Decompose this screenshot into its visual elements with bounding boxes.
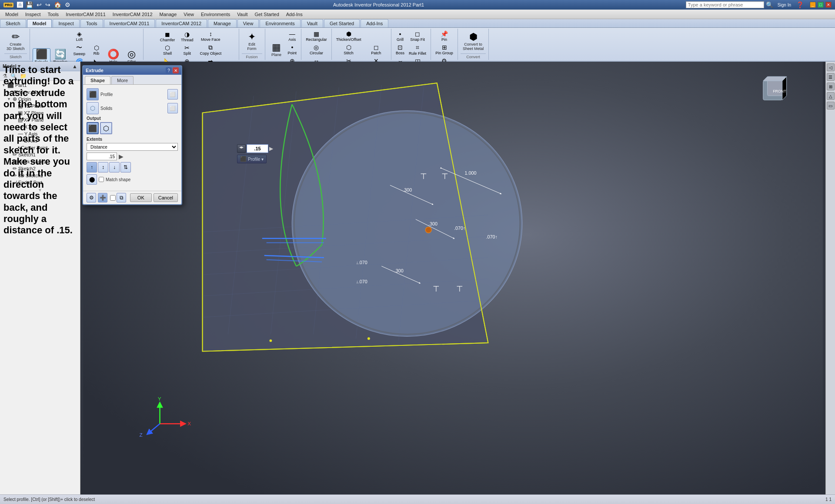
tree-item-sketch1[interactable]: ✏ Sketch1	[0, 151, 80, 158]
help-btn[interactable]: ❓	[795, 1, 805, 9]
btn-axis[interactable]: —Axis	[286, 30, 299, 43]
tree-item-3d-sketch1[interactable]: ✏ 3D Sketch1	[0, 172, 80, 179]
sign-in-btn[interactable]: Sign In	[778, 3, 791, 7]
menu-manage[interactable]: Manage	[156, 11, 180, 18]
btn-pin-group[interactable]: ⊞Pin Group	[434, 43, 455, 56]
extrude-copy-btn[interactable]: ⧉	[117, 193, 126, 202]
menu-inventorcam2011[interactable]: InventorCAM 2011	[62, 11, 109, 18]
viewport[interactable]: 1.000 .300 .300 .300 .070↑ .070↑ ↓.070 ↓…	[80, 62, 825, 494]
qa-settings[interactable]: ⚙	[64, 1, 71, 9]
tree-item-xy-plane[interactable]: ▤ XY Plane	[0, 116, 80, 123]
btn-sweep[interactable]: 〜Sweep	[70, 43, 88, 57]
extrude-ok-btn[interactable]: OK	[130, 193, 152, 202]
btn-chamfer[interactable]: ◼Chamfer	[158, 30, 177, 43]
tab-inspect[interactable]: Inspect	[53, 19, 79, 27]
dir-asymmetric-btn[interactable]: ⇅	[120, 162, 131, 172]
float-distance-input[interactable]	[247, 144, 268, 153]
btn-rectangular[interactable]: ▦Rectangular	[304, 30, 329, 43]
match-shape-checkbox[interactable]	[99, 177, 104, 182]
tab-getstarted[interactable]: Get Started	[324, 19, 360, 27]
qa-save[interactable]: 💾	[25, 1, 34, 9]
tree-item-end-of-part[interactable]: ⊣ End of Part	[0, 179, 80, 186]
extrude-tab-more[interactable]: More	[111, 76, 134, 84]
dir-symmetric-btn[interactable]: ↕	[98, 162, 108, 172]
distance-arrow[interactable]: ▶	[119, 153, 124, 160]
tree-item-work-plane1[interactable]: ▤ Work Plane1	[0, 158, 80, 165]
right-panel-btn-2[interactable]: ☰	[827, 73, 835, 81]
window-maximize[interactable]: □	[818, 2, 824, 8]
btn-move-face[interactable]: ↕Move Face	[197, 30, 224, 43]
profile-select-btn[interactable]: ⬛	[87, 88, 99, 100]
qa-undo[interactable]: ↩	[36, 1, 43, 9]
model-tree-expand-btn[interactable]: ▲	[72, 63, 77, 70]
btn-plane[interactable]: ▦ Plane	[268, 41, 285, 58]
btn-rule-fillet[interactable]: ⌗Rule Fillet	[407, 43, 428, 56]
extrude-cancel-btn[interactable]: Cancel	[154, 193, 178, 202]
menu-tools[interactable]: Tools	[44, 11, 62, 18]
right-panel-btn-5[interactable]: ▭	[827, 102, 835, 109]
menu-inspect[interactable]: Inspect	[22, 11, 44, 18]
menu-view[interactable]: View	[180, 11, 197, 18]
tree-item-z-axis[interactable]: — Z Axis	[0, 137, 80, 144]
window-close[interactable]: ✕	[825, 2, 832, 8]
btn-copy-object[interactable]: ⧉Copy Object	[197, 43, 224, 56]
match-shape-icon-btn[interactable]: ⬤	[87, 174, 97, 185]
tree-item-origin[interactable]: ▼ ⊕ Origin	[0, 96, 80, 103]
btn-pin[interactable]: 📌Pin	[434, 30, 455, 43]
dir-positive-btn[interactable]: ↑	[87, 162, 97, 172]
btn-thread[interactable]: ◑Thread	[177, 30, 197, 43]
right-panel-btn-1[interactable]: ◁	[827, 63, 835, 71]
float-expand-btn[interactable]: ◂▸	[237, 144, 246, 153]
btn-loft[interactable]: ◈Loft	[70, 30, 88, 43]
tree-folder-btn[interactable]: 📁	[19, 73, 27, 80]
menu-model[interactable]: Model	[2, 11, 22, 18]
tree-item-center-point[interactable]: • Center Point	[0, 144, 80, 151]
btn-edit-form[interactable]: ✦ EditForm	[243, 31, 261, 52]
btn-grill[interactable]: ▪Grill	[394, 30, 406, 43]
btn-circular[interactable]: ◎Circular	[304, 43, 329, 56]
btn-point[interactable]: •Point	[286, 43, 299, 56]
search-btn[interactable]: 🔍	[766, 1, 773, 8]
tab-vault[interactable]: Vault	[301, 19, 323, 27]
solids-select-btn[interactable]: ⬡	[87, 102, 99, 114]
btn-boss[interactable]: ⊡Boss	[394, 43, 406, 56]
menu-inventorcam2012[interactable]: InventorCAM 2012	[109, 11, 156, 18]
tab-sketch[interactable]: Sketch	[0, 19, 26, 27]
btn-create-3d-sketch[interactable]: ✏ Create3D Sketch	[4, 31, 27, 52]
tab-tools[interactable]: Tools	[80, 19, 103, 27]
tree-item-xz-plane[interactable]: ▤ XZ Plane	[0, 109, 80, 116]
qa-redo[interactable]: ↪	[44, 1, 51, 9]
tree-item-yz-plane[interactable]: ▤ YZ Plane	[0, 103, 80, 109]
extrude-tab-shape[interactable]: Shape	[85, 76, 110, 84]
btn-rib[interactable]: ⬡Rib	[89, 43, 104, 56]
extrude-help-btn[interactable]: ?	[166, 67, 172, 73]
extrude-settings-btn[interactable]: ⚙	[87, 193, 96, 202]
extents-select[interactable]: Distance To Next Through All To	[87, 143, 178, 151]
extrude-add-btn[interactable]: ➕	[98, 193, 107, 202]
tab-manage[interactable]: Manage	[208, 19, 237, 27]
tree-item-part1[interactable]: ▼ ⬛ Part1	[0, 82, 80, 89]
btn-split[interactable]: ✂Split	[177, 43, 197, 56]
extrude-preview-checkbox[interactable]	[110, 195, 116, 201]
output-solid-btn[interactable]: ⬛	[87, 122, 99, 134]
window-minimize[interactable]: _	[810, 2, 816, 8]
btn-snap-fit[interactable]: ◻Snap Fit	[407, 30, 428, 43]
tree-search-btn[interactable]: 🔍	[10, 73, 18, 80]
extrude-close-btn[interactable]: ✕	[173, 67, 179, 73]
right-panel-btn-4[interactable]: △	[827, 92, 835, 100]
btn-convert-sheet-metal[interactable]: ⬢ Convert toSheet Metal	[461, 31, 486, 52]
btn-patch[interactable]: ◻Patch	[364, 43, 389, 56]
float-profile-btn[interactable]: ⬛ Profile ▾	[237, 155, 267, 163]
tab-inventorcam2012[interactable]: InventorCAM 2012	[156, 19, 207, 27]
tree-item-y-axis[interactable]: — Y Axis	[0, 130, 80, 137]
menu-addins[interactable]: Add-Ins	[283, 11, 306, 18]
output-surface-btn[interactable]: ⬡	[100, 122, 112, 134]
qa-home[interactable]: 🏠	[53, 1, 62, 9]
tree-item-sketch2[interactable]: ✏ Sketch2	[0, 165, 80, 172]
btn-stitch[interactable]: ⬡Stitch	[334, 43, 363, 56]
distance-input[interactable]	[87, 153, 117, 160]
dir-negative-btn[interactable]: ↓	[109, 162, 120, 172]
tab-model[interactable]: Model	[27, 19, 52, 27]
menu-vault[interactable]: Vault	[234, 11, 251, 18]
tree-item-view-master[interactable]: ▶ 👁 View: Master	[0, 89, 80, 96]
